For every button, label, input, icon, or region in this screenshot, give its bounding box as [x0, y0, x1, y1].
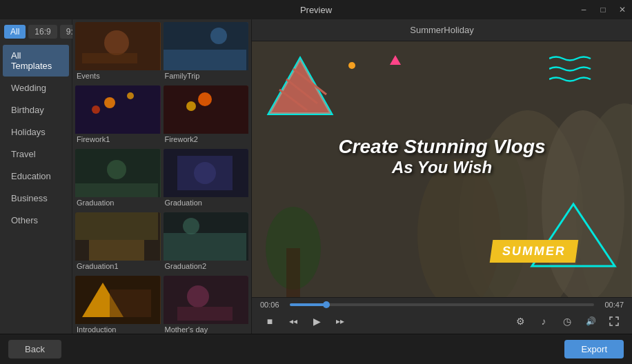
- template-item-events[interactable]: Events: [75, 22, 161, 83]
- export-button[interactable]: Export: [564, 340, 624, 358]
- category-item-all-templates[interactable]: All Templates: [3, 45, 69, 77]
- category-item-travel[interactable]: Travel: [3, 143, 69, 165]
- maximize-button[interactable]: □: [593, 0, 613, 19]
- forward-button[interactable]: ▸▸: [330, 312, 350, 331]
- svg-rect-4: [164, 50, 246, 70]
- svg-rect-14: [75, 183, 158, 197]
- music-button[interactable]: ♪: [534, 312, 553, 331]
- template-label-graduation1: Graduation1: [75, 261, 161, 273]
- filter-all-button[interactable]: All: [4, 25, 26, 39]
- vlog-text-overlay: Create Stunning Vlogs As You Wish: [338, 136, 545, 177]
- category-item-wedding[interactable]: Wedding: [3, 77, 69, 99]
- svg-rect-30: [177, 307, 233, 321]
- window-title: Preview: [300, 5, 332, 15]
- template-item-graduation1[interactable]: Graduation1: [75, 212, 161, 273]
- template-item-graduation[interactable]: Graduation: [75, 149, 161, 210]
- back-button[interactable]: Back: [8, 340, 61, 358]
- vlog-line1: Create Stunning Vlogs: [338, 136, 545, 158]
- progress-fill: [290, 303, 326, 306]
- svg-rect-27: [110, 290, 151, 317]
- template-panel: Events FamilyTrip Firework1 Firework2: [72, 19, 252, 334]
- svg-rect-39: [286, 248, 300, 297]
- svg-rect-21: [89, 240, 144, 261]
- vlog-line2: As You Wish: [338, 158, 545, 177]
- play-button[interactable]: ▶: [307, 312, 326, 331]
- template-item-graduation-2[interactable]: Graduation: [164, 149, 249, 210]
- svg-point-9: [92, 105, 100, 114]
- template-label-graduation2: Graduation2: [164, 261, 249, 273]
- volume-button[interactable]: 🔊: [581, 312, 600, 331]
- filter-16-9-button[interactable]: 16:9: [28, 25, 57, 39]
- rewind-button[interactable]: ◂◂: [284, 312, 303, 331]
- svg-rect-2: [82, 53, 137, 63]
- svg-rect-20: [75, 212, 158, 240]
- minimize-button[interactable]: –: [574, 0, 593, 19]
- template-label-mothers-day: Mother's day: [164, 324, 249, 334]
- ctrl-left: ■ ◂◂ ▶ ▸▸: [260, 312, 350, 331]
- svg-point-12: [186, 101, 196, 111]
- category-item-holidays[interactable]: Holidays: [3, 121, 69, 143]
- template-item-mothers-day[interactable]: Mother's day: [164, 276, 249, 334]
- svg-point-29: [187, 285, 209, 307]
- stop-button[interactable]: ■: [260, 312, 279, 331]
- svg-point-1: [104, 30, 129, 55]
- ctrl-right: ⚙ ♪ ◷ 🔊: [511, 312, 624, 331]
- title-bar: Preview – □ ✕: [0, 0, 632, 19]
- time-current: 00:06: [260, 301, 284, 309]
- template-item-familytrip[interactable]: FamilyTrip: [164, 22, 249, 83]
- main-content: All 16:9 9:16 All Templates Wedding Birt…: [0, 19, 632, 334]
- template-item-firework2[interactable]: Firework2: [164, 85, 249, 146]
- svg-point-15: [107, 160, 126, 179]
- svg-point-24: [183, 218, 199, 234]
- category-list: All Templates Wedding Birthday Holidays …: [0, 44, 72, 334]
- svg-rect-23: [164, 233, 246, 261]
- triangle-decoration: [390, 55, 401, 65]
- controls-bar: 00:06 00:47 ■ ◂◂ ▶: [252, 297, 632, 334]
- template-label-firework1: Firework1: [75, 134, 161, 146]
- preview-header: SummerHoliday: [252, 19, 632, 41]
- svg-point-7: [104, 97, 115, 108]
- video-scene: Create Stunning Vlogs As You Wish SUMMER: [252, 41, 632, 297]
- progress-row: 00:06 00:47: [260, 301, 624, 309]
- left-panel: All 16:9 9:16 All Templates Wedding Birt…: [0, 19, 72, 334]
- category-item-education[interactable]: Education: [3, 165, 69, 187]
- svg-point-5: [210, 28, 227, 44]
- category-item-birthday[interactable]: Birthday: [3, 99, 69, 121]
- template-label-graduation-2: Graduation: [164, 197, 249, 210]
- category-item-others[interactable]: Others: [3, 210, 69, 231]
- template-label-introduction: Introduction: [75, 324, 161, 334]
- template-label-familytrip: FamilyTrip: [164, 70, 249, 83]
- clock-button[interactable]: ◷: [557, 312, 577, 331]
- svg-point-8: [127, 92, 134, 99]
- template-label-events: Events: [75, 70, 161, 83]
- close-button[interactable]: ✕: [613, 0, 632, 19]
- window-controls: – □ ✕: [574, 0, 632, 19]
- template-label-firework2: Firework2: [164, 134, 249, 146]
- time-total: 00:47: [600, 301, 624, 309]
- svg-point-11: [198, 92, 212, 106]
- progress-thumb: [323, 301, 330, 308]
- template-item-graduation2[interactable]: Graduation2: [164, 212, 249, 273]
- svg-point-18: [194, 162, 216, 184]
- template-item-introduction[interactable]: Introduction: [75, 276, 161, 334]
- filter-row: All 16:9 9:16: [0, 19, 72, 44]
- progress-track[interactable]: [290, 303, 594, 306]
- fullscreen-button[interactable]: [604, 312, 624, 331]
- preview-panel: SummerHoliday: [252, 19, 632, 334]
- svg-rect-6: [75, 85, 161, 134]
- video-area: Create Stunning Vlogs As You Wish SUMMER: [252, 41, 632, 297]
- bottom-bar: Back Export: [0, 334, 632, 364]
- template-label-graduation: Graduation: [75, 197, 161, 210]
- template-grid: Events FamilyTrip Firework1 Firework2: [75, 22, 248, 334]
- buttons-row: ■ ◂◂ ▶ ▸▸ ⚙: [260, 312, 624, 331]
- settings-button[interactable]: ⚙: [511, 312, 530, 331]
- summer-badge: SUMMER: [490, 240, 579, 263]
- category-item-business[interactable]: Business: [3, 188, 69, 209]
- dot-decoration: [348, 62, 355, 69]
- template-item-firework1[interactable]: Firework1: [75, 85, 161, 146]
- preview-title: SummerHoliday: [410, 25, 473, 35]
